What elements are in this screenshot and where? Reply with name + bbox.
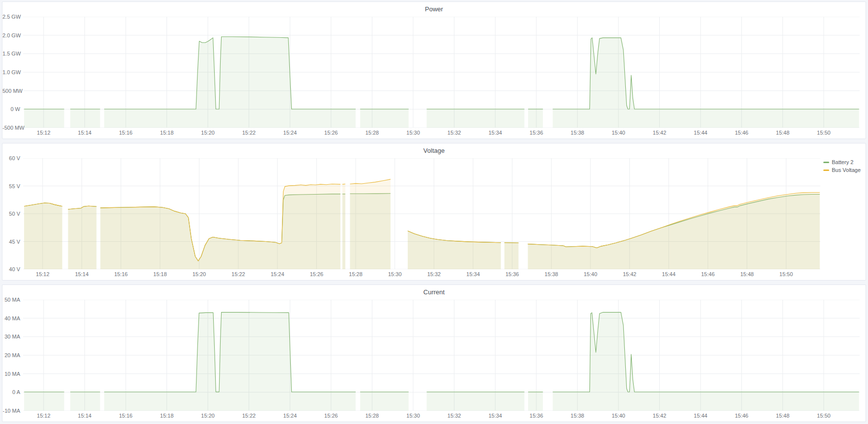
voltage-chart-svg[interactable] [23,158,820,269]
x-axis-tick-label: 15:22 [231,271,245,277]
x-axis-tick-label: 15:46 [735,413,749,419]
x-axis-tick-label: 15:32 [448,130,461,136]
x-axis-tick-label: 15:12 [36,271,50,277]
panel-voltage: Voltage Battery 2 Bus Voltage 60 V55 V50… [2,143,866,281]
y-axis-tick-label: 50 V [2,211,20,217]
x-axis-tick-label: 15:34 [488,130,502,136]
y-axis-tick-label: 0 W [2,106,20,112]
x-axis-tick-label: 15:46 [701,271,715,277]
x-axis-tick-label: 15:28 [365,130,379,136]
dashboard: Power 2.5 GW2.0 GW1.5 GW1.0 GW500 MW0 W-… [0,0,868,424]
y-axis-tick-label: -10 MA [2,408,20,414]
x-axis-tick-label: 15:34 [466,271,480,277]
y-axis-tick-label: 40 V [2,266,20,272]
x-axis-tick-label: 15:24 [271,271,284,277]
x-axis-tick-label: 15:30 [406,413,420,419]
x-axis-tick-label: 15:42 [653,130,667,136]
bus-voltage-series-swatch-icon [823,170,829,171]
y-axis-tick-label: 1.5 GW [2,51,20,57]
panel-power: Power 2.5 GW2.0 GW1.5 GW1.0 GW500 MW0 W-… [2,1,866,139]
voltage-chart-plot[interactable] [23,158,820,269]
x-axis-tick-label: 15:28 [349,271,363,277]
panel-power-title: Power [425,5,443,13]
y-axis-tick-label: 500 MW [2,88,20,94]
x-axis-tick-label: 15:36 [530,413,543,419]
x-axis-tick-label: 15:38 [571,413,585,419]
x-axis-tick-label: 15:36 [505,271,519,277]
x-axis-tick-label: 15:32 [427,271,441,277]
x-axis-tick-label: 15:40 [584,271,597,277]
x-axis-tick-label: 15:26 [324,130,338,136]
y-axis-tick-label: 55 V [2,183,20,189]
panel-voltage-title: Voltage [423,147,445,154]
x-axis-tick-label: 15:22 [242,413,256,419]
y-axis-tick-label: -500 MW [2,125,20,131]
x-axis-tick-label: 15:42 [623,271,637,277]
x-axis-tick-label: 15:22 [242,130,256,136]
x-axis-tick-label: 15:26 [310,271,324,277]
x-axis-tick-label: 15:12 [37,413,51,419]
x-axis-tick-label: 15:20 [193,271,206,277]
panel-current-header[interactable]: Current [2,285,866,299]
x-axis-tick-label: 15:16 [119,130,133,136]
x-axis-tick-label: 15:28 [365,413,379,419]
panel-voltage-header[interactable]: Voltage [2,143,866,157]
x-axis-tick-label: 15:26 [324,413,338,419]
x-axis-tick-label: 15:14 [78,413,92,419]
x-axis-tick-label: 15:24 [283,130,297,136]
y-axis-tick-label: 45 V [2,239,20,245]
x-axis-tick-label: 15:40 [612,413,625,419]
panel-current: Current 50 MA40 MA30 MA20 MA10 MA0 A-10 … [2,284,866,422]
x-axis-tick-label: 15:40 [612,130,625,136]
x-axis-tick-label: 15:48 [776,130,790,136]
panel-power-header[interactable]: Power [2,2,866,16]
y-axis-tick-label: 1.0 GW [2,69,20,75]
x-axis-tick-label: 15:14 [75,271,89,277]
y-axis-tick-label: 10 MA [2,371,20,377]
x-axis-tick-label: 15:14 [78,130,92,136]
x-axis-tick-label: 15:48 [776,413,790,419]
current-chart-plot[interactable] [23,300,860,411]
x-axis-tick-label: 15:32 [448,413,461,419]
panel-current-title: Current [423,288,445,296]
x-axis-tick-label: 15:16 [114,271,128,277]
x-axis-tick-label: 15:48 [740,271,754,277]
x-axis-tick-label: 15:44 [694,413,707,419]
x-axis-tick-label: 15:50 [817,130,831,136]
power-chart-svg[interactable] [23,17,860,128]
x-axis-tick-label: 15:30 [388,271,402,277]
x-axis-tick-label: 15:18 [153,271,167,277]
y-axis-tick-label: 2.0 GW [2,32,20,38]
x-axis-tick-label: 15:16 [119,413,133,419]
x-axis-tick-label: 15:44 [662,271,676,277]
y-axis-tick-label: 30 MA [2,334,20,339]
y-axis-tick-label: 0 A [2,389,20,395]
x-axis-tick-label: 15:18 [160,413,174,419]
x-axis-tick-label: 15:24 [283,413,297,419]
current-chart-svg[interactable] [23,300,860,411]
x-axis-tick-label: 15:50 [780,271,793,277]
legend-item-bus-voltage[interactable]: Bus Voltage [823,167,861,173]
x-axis-tick-label: 15:20 [201,413,215,419]
legend-label-battery-2: Battery 2 [832,159,853,165]
power-chart-plot[interactable] [23,17,860,128]
x-axis-tick-label: 15:20 [201,130,215,136]
x-axis-tick-label: 15:50 [817,413,831,419]
x-axis-tick-label: 15:44 [694,130,707,136]
x-axis-tick-label: 15:38 [545,271,559,277]
voltage-legend: Battery 2 Bus Voltage [823,159,861,173]
x-axis-tick-label: 15:42 [653,413,667,419]
y-axis-tick-label: 2.5 GW [2,14,20,20]
y-axis-tick-label: 60 V [2,155,20,161]
legend-item-battery-2[interactable]: Battery 2 [823,159,861,165]
y-axis-tick-label: 20 MA [2,352,20,358]
battery-2-series-swatch-icon [823,162,829,163]
x-axis-tick-label: 15:38 [571,130,585,136]
x-axis-tick-label: 15:30 [406,130,420,136]
x-axis-tick-label: 15:18 [160,130,174,136]
legend-label-bus-voltage: Bus Voltage [832,167,861,173]
y-axis-tick-label: 40 MA [2,315,20,321]
x-axis-tick-label: 15:36 [530,130,543,136]
x-axis-tick-label: 15:12 [37,130,51,136]
y-axis-tick-label: 50 MA [2,297,20,303]
